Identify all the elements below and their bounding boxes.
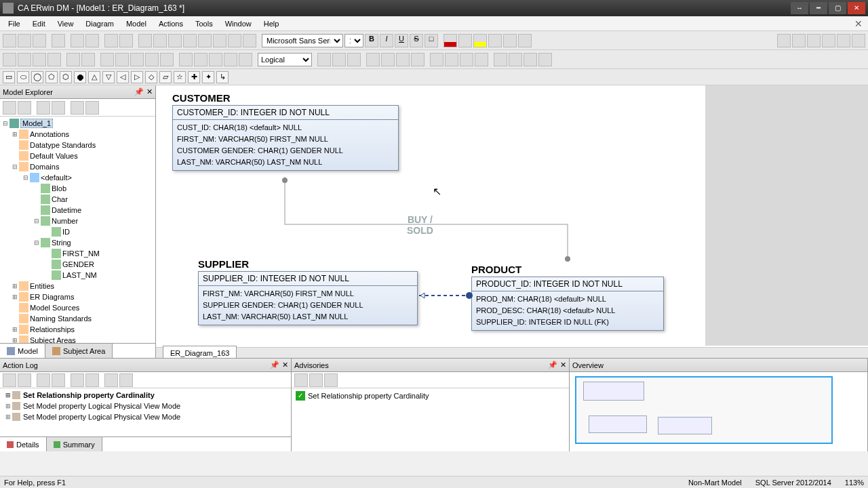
al-tb-2[interactable] <box>18 373 31 387</box>
exp-tb-5[interactable] <box>71 101 84 115</box>
adv-tb-3[interactable] <box>324 373 338 387</box>
menu-file[interactable]: File <box>3 18 26 30</box>
tree-datetime[interactable]: Datetime <box>52 206 81 214</box>
entity-customer[interactable]: CUSTOMER CUSTOMER_ID: INTEGER ID NOT NUL… <box>172 92 399 171</box>
font-size-select[interactable]: 10 <box>344 34 363 47</box>
panel-close-icon[interactable]: ✕ <box>282 361 288 369</box>
diagram-canvas[interactable]: CUSTOMER CUSTOMER_ID: INTEGER ID NOT NUL… <box>156 85 868 346</box>
tab-model[interactable]: Model <box>0 344 45 358</box>
tb2-icon-27[interactable] <box>430 53 443 66</box>
al-tb-1[interactable] <box>3 373 16 387</box>
tb2-icon-32[interactable] <box>509 53 522 66</box>
parallelogram-shape-icon[interactable]: ▱ <box>159 71 172 83</box>
al-tb-5[interactable] <box>71 373 84 387</box>
tb2-icon-5[interactable] <box>66 53 80 66</box>
tb2-icon-25[interactable] <box>396 53 410 66</box>
undo-icon[interactable] <box>104 34 118 47</box>
strike-button[interactable]: S <box>410 34 423 47</box>
align-left-icon[interactable] <box>777 34 791 47</box>
highlight-icon[interactable] <box>243 34 256 47</box>
save-icon[interactable] <box>33 34 46 47</box>
burst-shape-icon[interactable]: ✦ <box>202 71 214 83</box>
tab-subject-area[interactable]: Subject Area <box>45 344 113 358</box>
tb2-icon-31[interactable] <box>494 53 507 66</box>
pin-icon[interactable]: 📌 <box>548 361 557 369</box>
maximize-button[interactable]: ▢ <box>829 2 846 14</box>
action-log-list[interactable]: ⊞Set Relationship property Cardinality ⊞… <box>0 388 291 436</box>
exp-tb-6[interactable] <box>85 101 99 115</box>
tree-defaults[interactable]: Default Values <box>30 152 78 160</box>
panel-close-icon[interactable]: ✕ <box>146 87 153 96</box>
font-name-select[interactable]: Microsoft Sans Serif <box>262 34 343 47</box>
adv-tb-1[interactable] <box>294 373 308 387</box>
tb2-icon-28[interactable] <box>445 53 458 66</box>
outdent-icon[interactable] <box>518 34 532 47</box>
open-icon[interactable] <box>18 34 31 47</box>
triangleleft-shape-icon[interactable]: ◁ <box>117 71 129 83</box>
align-center-icon[interactable] <box>792 34 806 47</box>
fill-color-icon[interactable] <box>458 34 472 47</box>
rect-shape-icon[interactable]: ▭ <box>3 71 15 83</box>
tree-id[interactable]: ID <box>62 228 70 236</box>
align-right-icon[interactable] <box>807 34 821 47</box>
tb2-icon-6[interactable] <box>81 53 95 66</box>
al-tb-4[interactable] <box>52 373 65 387</box>
tb2-icon-34[interactable] <box>538 53 552 66</box>
log-item[interactable]: Set Relationship property Cardinality <box>23 391 155 399</box>
tree-entities[interactable]: Entities <box>30 282 54 290</box>
octagon-shape-icon[interactable]: ⯃ <box>74 71 86 83</box>
find-icon[interactable] <box>71 34 84 47</box>
tree-root[interactable]: Model_1 <box>20 119 53 128</box>
menu-window[interactable]: Window <box>220 18 257 30</box>
advisory-item[interactable]: Set Relationship property Cardinality <box>308 392 429 400</box>
al-tb-3[interactable] <box>37 373 50 387</box>
zoom-select-icon[interactable] <box>160 53 174 66</box>
bold-button[interactable]: B <box>365 34 378 47</box>
cross-shape-icon[interactable]: ✚ <box>188 71 200 83</box>
log-item[interactable]: Set Model property Logical Physical View… <box>23 402 180 410</box>
star-shape-icon[interactable]: ☆ <box>174 71 186 83</box>
tree-last[interactable]: LAST_NM <box>62 271 97 279</box>
tree-gender[interactable]: GENDER <box>62 260 94 268</box>
tb2-icon-26[interactable] <box>411 53 425 66</box>
menu-model[interactable]: Model <box>121 18 152 30</box>
menu-edit[interactable]: Edit <box>27 18 51 30</box>
arrows-icon[interactable]: ↔ <box>791 2 808 14</box>
font-color-icon[interactable] <box>443 34 457 47</box>
tree-sources[interactable]: Model Sources <box>30 304 79 312</box>
print-icon[interactable] <box>52 34 65 47</box>
exp-tb-4[interactable] <box>52 101 65 115</box>
triangleright-shape-icon[interactable]: ▷ <box>131 71 143 83</box>
tree-naming[interactable]: Naming Standards <box>30 314 92 323</box>
zoom-in-icon[interactable] <box>100 53 114 66</box>
advisories-list[interactable]: ✓Set Relationship property Cardinality <box>292 388 569 451</box>
tb2-icon-2[interactable] <box>18 53 31 66</box>
entity-icon[interactable] <box>153 34 167 47</box>
menu-diagram[interactable]: Diagram <box>80 18 119 30</box>
relationship-label[interactable]: BUY / SOLD <box>407 214 433 236</box>
menu-actions[interactable]: Actions <box>153 18 189 30</box>
tb2-icon-4[interactable] <box>47 53 61 66</box>
tab-summary[interactable]: Summary <box>47 437 102 451</box>
redo-icon[interactable] <box>119 34 133 47</box>
tb2-icon-13[interactable] <box>224 53 237 66</box>
tb2-icon-14[interactable] <box>239 53 252 66</box>
pentagon-shape-icon[interactable]: ⬠ <box>45 71 58 83</box>
hexagon-shape-icon[interactable]: ⬡ <box>60 71 72 83</box>
line-style-icon[interactable] <box>488 34 502 47</box>
tree-subjects[interactable]: Subject Areas <box>30 336 76 343</box>
tree-char[interactable]: Char <box>52 195 68 203</box>
nonidentifying-rel-icon[interactable] <box>198 34 212 47</box>
list-icon[interactable] <box>503 34 517 47</box>
tree-blob[interactable]: Blob <box>52 184 66 192</box>
overview-viewport[interactable] <box>575 376 833 444</box>
status-zoom[interactable]: 113% <box>845 479 864 487</box>
tb2-icon-3[interactable] <box>33 53 46 66</box>
tab-details[interactable]: Details <box>0 437 47 451</box>
zoom-fit-icon[interactable] <box>130 53 144 66</box>
align-top-icon[interactable] <box>822 34 835 47</box>
align-bottom-icon[interactable] <box>852 34 865 47</box>
ellipse-shape-icon[interactable]: ◯ <box>31 71 43 83</box>
adv-tb-2[interactable] <box>309 373 323 387</box>
align-middle-icon[interactable] <box>837 34 850 47</box>
